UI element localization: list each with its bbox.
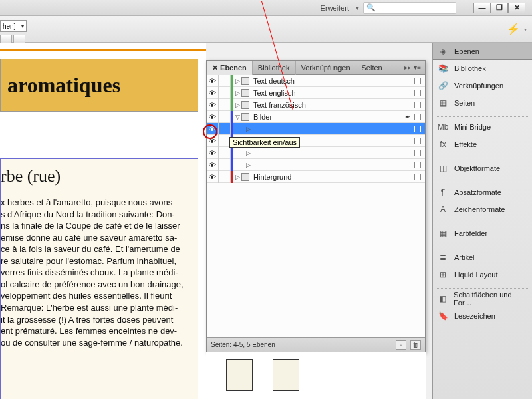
lock-toggle[interactable] [219,87,231,99]
layer-row[interactable]: 👁▷Sichtbarkeit ein/aus [207,135,425,147]
select-square[interactable] [414,90,421,96]
layer-color-stripe [231,159,233,171]
dock-item-zeichenformate[interactable]: AZeichenformate [433,201,532,218]
chevron-down-icon: ▾ [21,23,26,29]
visibility-toggle[interactable]: 👁 [207,135,219,147]
layer-row[interactable]: 👁▷ [207,147,425,159]
select-square[interactable] [414,138,421,144]
trash-button[interactable]: 🗑 [410,340,421,350]
lock-toggle[interactable] [219,171,231,183]
layer-row[interactable]: 👁▷Text englisch [207,87,425,99]
visibility-toggle[interactable]: 👁 [207,87,219,99]
search-icon: 🔍 [366,3,376,12]
panel-tab-seiten[interactable]: Seiten [356,61,388,75]
maximize-button[interactable]: ❐ [491,3,508,13]
layer-name: Text französisch [252,101,414,109]
select-square[interactable] [414,162,421,168]
panel-tab-ebenen[interactable]: ✕ Ebenen [207,61,253,75]
pen-icon: ✒ [405,113,410,120]
page-thumbnail[interactable] [273,359,299,391]
lock-toggle[interactable] [219,147,231,159]
dock-separator [437,154,528,158]
dock-item-objektformate[interactable]: ◫Objektformate [433,160,532,177]
layer-row[interactable]: 👁▷Text deutsch [207,75,425,87]
dock-label: Zeichenformate [454,205,505,213]
layer-row[interactable]: 👁▷Text französisch [207,99,425,111]
select-square[interactable] [414,174,421,180]
collapse-icon[interactable]: ▸▸ [404,64,411,71]
layer-swatch [241,173,249,181]
lock-toggle[interactable] [219,123,231,135]
disclosure-arrow-icon[interactable]: ▽ [233,114,241,120]
visibility-toggle[interactable]: 👁 [207,159,219,171]
disclosure-arrow-icon[interactable]: ▷ [244,150,252,156]
title-text: aromatiques [7,73,120,98]
dock-label: Absatzformate [454,188,501,196]
text-frame[interactable]: rbe (rue) x herbes et à l'amaretto, puis… [0,158,198,399]
visibility-toggle[interactable]: 👁 [207,75,219,87]
disclosure-arrow-icon[interactable]: ▷ [233,174,241,180]
dock-item-lesezeichen[interactable]: 🔖Lesezeichen [433,307,532,325]
control-bar: hen]▾ ⚡ ▾ [0,16,532,43]
select-square[interactable] [414,102,421,108]
panel-icon: ◫ [437,163,449,174]
visibility-toggle[interactable]: 👁 [207,171,219,183]
dock-item-artikel[interactable]: ≣Artikel [433,249,532,266]
title-frame[interactable]: aromatiques [0,59,198,112]
lock-toggle[interactable] [219,99,231,111]
dock-label: Farbfelder [454,229,487,237]
panel-icon: ▦ [437,98,449,108]
visibility-toggle[interactable]: 👁 [207,99,219,111]
dock-item-mini-bridge[interactable]: MbMini Bridge [433,118,532,136]
new-layer-button[interactable]: ▫ [396,340,406,350]
dock-item-ebenen[interactable]: ◈Ebenen [433,43,532,60]
close-button[interactable]: ✕ [508,3,525,13]
disclosure-arrow-icon[interactable]: ▷ [244,162,252,168]
page-thumbnail[interactable] [226,359,253,391]
guide-line [0,49,206,51]
style-select[interactable]: hen]▾ [0,20,27,32]
dock-item-bibliothek[interactable]: 📚Bibliothek [433,60,532,77]
panel-menu-icon[interactable]: ▾≡ [414,64,421,71]
lock-toggle[interactable] [219,75,231,87]
layer-swatch [241,89,249,97]
page-thumbnails [206,352,426,399]
layer-swatch [241,101,249,109]
panel-tab-bibliothek[interactable]: Bibliothek [253,61,296,75]
panel-tab-verknüpfungen[interactable]: Verknüpfungen [296,61,356,75]
select-square[interactable] [414,126,421,132]
visibility-toggle[interactable]: 👁 [207,147,219,159]
dock-item-absatzformate[interactable]: ¶Absatzformate [433,184,532,201]
layer-row[interactable]: 👁▷ [207,159,425,171]
layer-row[interactable]: 👁▷Hintergrund [207,171,425,183]
lock-toggle[interactable] [219,111,231,123]
workspace-switcher[interactable]: Erweitert [321,4,349,12]
layer-name: Bilder [252,113,405,121]
minimize-button[interactable]: — [473,3,491,13]
visibility-toggle[interactable]: 👁 [207,123,219,135]
panel-icon: fx [437,139,449,150]
disclosure-arrow-icon[interactable]: ▷ [233,90,241,96]
select-square[interactable] [414,78,421,84]
lock-toggle[interactable] [219,159,231,171]
select-square[interactable] [414,114,421,120]
disclosure-arrow-icon[interactable]: ▷ [233,102,241,108]
panel-icon: Mb [437,122,449,132]
disclosure-arrow-icon[interactable]: ▷ [244,126,252,132]
dock-label: Seiten [454,99,475,107]
dock-item-seiten[interactable]: ▦Seiten [433,94,532,112]
layer-row[interactable]: 👁▷ [207,123,425,135]
dock-item-verkn-pfungen[interactable]: 🔗Verknüpfungen [433,77,532,94]
dock-item-farbfelder[interactable]: ▦Farbfelder [433,225,532,242]
dock-item-liquid-layout[interactable]: ⊞Liquid Layout [433,266,532,283]
disclosure-arrow-icon[interactable]: ▷ [233,78,241,84]
dock-item-schaltfl-chen-und-for-[interactable]: ◧Schaltflächen und For… [433,290,532,307]
search-input[interactable]: 🔍 [363,2,456,14]
dock-label: Mini Bridge [454,123,491,131]
layer-row[interactable]: 👁▽Bilder✒ [207,111,425,123]
visibility-toggle[interactable]: 👁 [207,111,219,123]
document-view[interactable]: aromatiques rbe (rue) x herbes et à l'am… [0,43,206,399]
select-square[interactable] [414,150,421,156]
dock-item-effekte[interactable]: fxEffekte [433,136,532,153]
lightning-icon[interactable]: ⚡ [507,23,520,35]
